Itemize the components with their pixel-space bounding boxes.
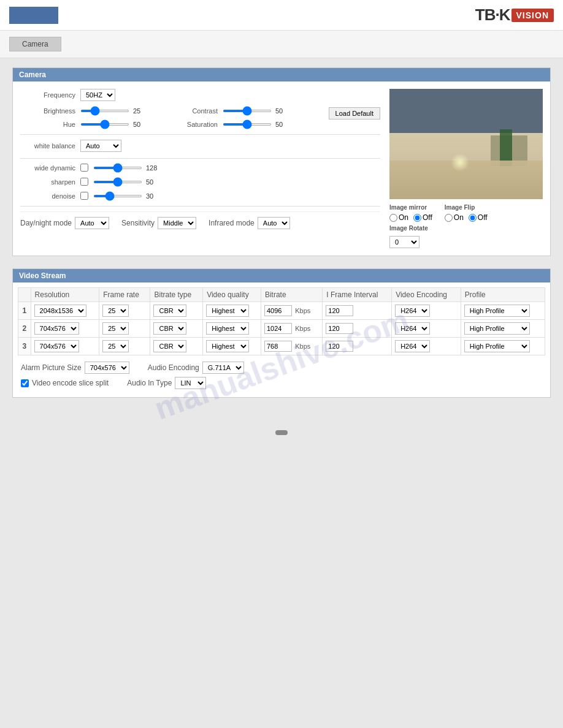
row3-bitrate-input[interactable]: [264, 341, 292, 352]
brightness-slider[interactable]: [80, 110, 129, 112]
row1-kbps: Kbps: [295, 307, 310, 314]
sharpen-checkbox[interactable]: [80, 178, 88, 186]
flip-on-label[interactable]: On: [445, 213, 464, 222]
col-profile: Profile: [461, 288, 545, 302]
wide-dynamic-slider-container: 128: [93, 164, 161, 172]
row3-profile: High Profile Main Profile Baseline Profi…: [461, 338, 545, 355]
table-row: 2 704x576 640x480 352x288 25 15: [18, 320, 545, 338]
mirror-off-radio[interactable]: [413, 214, 421, 222]
sharpen-slider[interactable]: [93, 181, 142, 183]
wide-dynamic-checkbox[interactable]: [80, 164, 88, 172]
row2-quality-select[interactable]: Highest Higher Medium Lower Lowest: [206, 322, 249, 335]
alarm-picture-item: Alarm Picture Size 704x576 640x480: [21, 362, 129, 374]
row2-iframe-input[interactable]: [326, 323, 353, 334]
flip-off-text: Off: [478, 213, 488, 222]
image-rotate-select[interactable]: 0 90 180 270: [389, 236, 419, 248]
camera-right-section: Image mirror On Off: [389, 89, 543, 248]
flip-on-radio[interactable]: [445, 214, 453, 222]
row2-resolution: 704x576 640x480 352x288: [31, 320, 99, 338]
contrast-slider[interactable]: [223, 110, 272, 112]
row3-iframe: [323, 338, 392, 355]
table-row: 3 704x576 640x480 352x288 25 15: [18, 338, 545, 355]
row3-framerate-select[interactable]: 25 15 10 5: [102, 340, 129, 352]
video-encode-slice-checkbox[interactable]: [21, 379, 29, 387]
row3-quality-select[interactable]: Highest Higher Medium Lower Lowest: [206, 340, 249, 352]
row1-iframe-input[interactable]: [326, 305, 353, 316]
image-mirror-label: Image mirror: [389, 204, 432, 211]
saturation-slider[interactable]: [223, 123, 272, 126]
row2-resolution-select[interactable]: 704x576 640x480 352x288: [34, 322, 79, 335]
row1-bitrate-input[interactable]: [264, 305, 292, 316]
wide-dynamic-slider[interactable]: [93, 167, 142, 169]
row1-encoding-select[interactable]: H264 H265: [395, 305, 430, 317]
row1-quality-select[interactable]: Highest Higher Medium Lower Lowest: [206, 305, 249, 317]
video-stream-panel-body: Resolution Frame rate Bitrate type Video…: [13, 282, 550, 397]
audio-encoding-label: Audio Encoding: [148, 363, 199, 372]
flip-radio-row: On Off: [445, 213, 488, 222]
row3-resolution: 704x576 640x480 352x288: [31, 338, 99, 355]
video-bottom-controls: Alarm Picture Size 704x576 640x480 Audio…: [18, 355, 545, 377]
mirror-on-text: On: [399, 213, 408, 222]
sensitivity-select[interactable]: Low Middle High: [158, 217, 196, 229]
col-bitrate: Bitrate: [261, 288, 322, 302]
infrared-select[interactable]: Auto On Off: [258, 217, 290, 229]
wide-dynamic-row: wide dynamic 128: [20, 164, 380, 172]
white-balance-select[interactable]: Auto Manual: [80, 140, 121, 152]
table-row: 1 2048x1536 1920x1080 1280x720 704x576: [18, 302, 545, 320]
row2-video-quality: Highest Higher Medium Lower Lowest: [203, 320, 261, 338]
row3-profile-select[interactable]: High Profile Main Profile Baseline Profi…: [464, 340, 530, 352]
row2-bitrate-type-select[interactable]: CBR VBR: [153, 322, 186, 335]
alarm-picture-select[interactable]: 704x576 640x480: [85, 362, 129, 374]
row3-encoding-select[interactable]: H264 H265: [395, 340, 430, 352]
camera-panel: Camera Frequency 50HZ 60HZ Load Default: [12, 67, 551, 256]
mirror-off-label[interactable]: Off: [413, 213, 432, 222]
row1-bitrate-type-select[interactable]: CBR VBR: [153, 305, 186, 317]
page-dot: [275, 430, 288, 435]
denoise-slider[interactable]: [93, 195, 142, 197]
col-num: [18, 288, 31, 302]
denoise-row: denoise 30: [20, 192, 380, 200]
row3-bitrate-type-select[interactable]: CBR VBR: [153, 340, 186, 352]
row3-resolution-select[interactable]: 704x576 640x480 352x288: [34, 340, 79, 352]
row2-profile-select[interactable]: High Profile Main Profile Baseline Profi…: [464, 322, 530, 335]
row1-framerate-select[interactable]: 25 15 10 5: [102, 305, 129, 317]
image-flip-label: Image Flip: [445, 204, 488, 211]
brightness-row: Brightness 25 Contrast 50: [20, 107, 329, 115]
row2-framerate-select[interactable]: 25 15 10 5: [102, 322, 129, 335]
mirror-on-radio[interactable]: [389, 214, 397, 222]
row1-profile: High Profile Main Profile Baseline Profi…: [461, 302, 545, 320]
camera-tab-button[interactable]: Camera: [9, 37, 61, 51]
mirror-radio-row: On Off: [389, 213, 432, 222]
flip-off-label[interactable]: Off: [469, 213, 488, 222]
wide-dynamic-value: 128: [146, 164, 161, 172]
video-stream-panel-header: Video Stream: [13, 269, 550, 282]
audio-encoding-item: Audio Encoding G.711A G.711U G.726: [148, 362, 244, 374]
mirror-on-label[interactable]: On: [389, 213, 408, 222]
contrast-slider-container: 50: [223, 107, 291, 115]
audio-in-select[interactable]: LIN MIC: [175, 377, 206, 389]
saturation-label: Saturation: [163, 121, 218, 128]
camera-panel-body: Frequency 50HZ 60HZ Load Default Brightn…: [13, 82, 550, 256]
denoise-checkbox[interactable]: [80, 192, 88, 200]
row2-bitrate-input[interactable]: [264, 323, 292, 334]
table-header-row: Resolution Frame rate Bitrate type Video…: [18, 288, 545, 302]
hue-slider[interactable]: [80, 123, 129, 126]
preview-wall: [389, 89, 543, 138]
hue-slider-container: 50: [80, 121, 148, 128]
white-balance-row: white balance Auto Manual: [20, 140, 380, 152]
wide-dynamic-checkbox-row: [80, 164, 88, 172]
preview-light: [451, 153, 469, 172]
audio-encoding-select[interactable]: G.711A G.711U G.726: [202, 362, 244, 374]
row2-encoding-select[interactable]: H264 H265: [395, 322, 430, 335]
flip-off-radio[interactable]: [469, 214, 477, 222]
load-default-button[interactable]: Load Default: [329, 107, 380, 119]
row1-resolution: 2048x1536 1920x1080 1280x720 704x576: [31, 302, 99, 320]
day-night-select[interactable]: Auto Day Night: [75, 217, 109, 229]
white-balance-label: white balance: [20, 142, 75, 150]
row1-profile-select[interactable]: High Profile Main Profile Baseline Profi…: [464, 305, 530, 317]
row3-iframe-input[interactable]: [326, 341, 353, 352]
sensitivity-item: Sensitivity Low Middle High: [121, 217, 196, 229]
frequency-select[interactable]: 50HZ 60HZ: [80, 89, 115, 101]
row2-iframe: [323, 320, 392, 338]
row1-resolution-select[interactable]: 2048x1536 1920x1080 1280x720 704x576: [34, 305, 86, 317]
